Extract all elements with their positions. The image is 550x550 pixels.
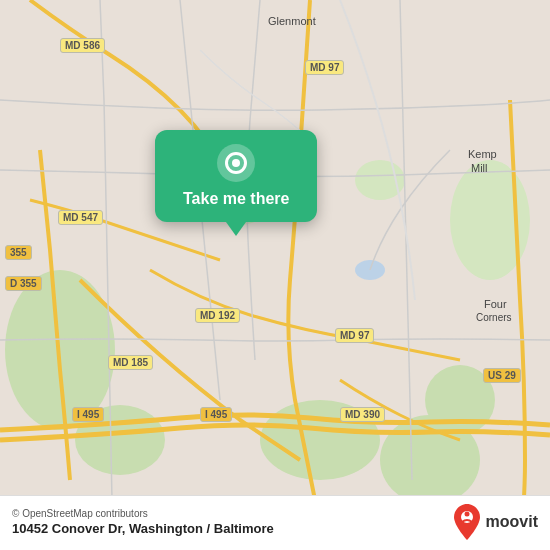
place-label-four: Four [484, 298, 507, 310]
popup-pointer [226, 222, 246, 236]
road-label-md390: MD 390 [340, 407, 385, 422]
place-label-mill: Mill [471, 162, 488, 174]
popup-box[interactable]: Take me there [155, 130, 317, 222]
road-label-us29: US 29 [483, 368, 521, 383]
osm-credit: © OpenStreetMap contributors [12, 508, 274, 519]
map-container: MD 586 MD 97 MD 97 MD 547 MD 192 MD 185 … [0, 0, 550, 550]
road-label-md97-btm: MD 97 [335, 328, 374, 343]
bottom-left: © OpenStreetMap contributors 10452 Conov… [12, 508, 274, 536]
road-label-md192: MD 192 [195, 308, 240, 323]
road-label-md97-top: MD 97 [305, 60, 344, 75]
moovit-logo: moovit [452, 504, 538, 540]
moovit-icon [452, 504, 482, 540]
svg-point-11 [464, 512, 469, 517]
take-me-there-popup[interactable]: Take me there [155, 130, 317, 236]
place-label-corners: Corners [476, 312, 512, 323]
place-label-kemp: Kemp [468, 148, 497, 160]
bottom-bar: © OpenStreetMap contributors 10452 Conov… [0, 495, 550, 550]
take-me-there-label: Take me there [183, 190, 289, 208]
road-label-i495-left: I 495 [72, 407, 104, 422]
road-label-md185: MD 185 [108, 355, 153, 370]
road-label-i495-right: I 495 [200, 407, 232, 422]
location-icon [217, 144, 255, 182]
moovit-text: moovit [486, 513, 538, 531]
map-svg [0, 0, 550, 550]
road-label-355: 355 [5, 245, 32, 260]
location-pin-icon [225, 152, 247, 174]
address-text: 10452 Conover Dr, Washington / Baltimore [12, 521, 274, 536]
road-label-md547: MD 547 [58, 210, 103, 225]
svg-point-8 [355, 160, 405, 200]
place-label-glenmont: Glenmont [268, 15, 316, 27]
road-label-d355: D 355 [5, 276, 42, 291]
road-label-md586: MD 586 [60, 38, 105, 53]
